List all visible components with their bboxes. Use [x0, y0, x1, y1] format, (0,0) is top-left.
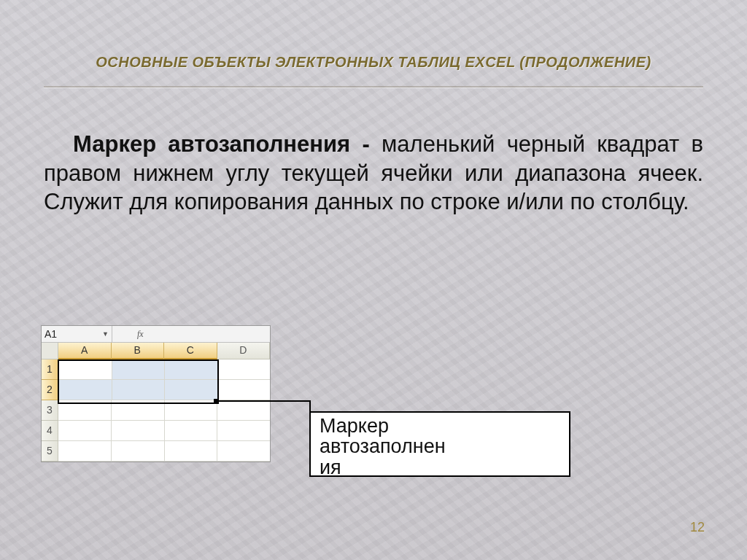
callout-line-1: Маркер	[320, 415, 389, 437]
slide-title: ОСНОВНЫЕ ОБЪЕКТЫ ЭЛЕКТРОННЫХ ТАБЛИЦ EXCE…	[0, 54, 747, 71]
row-head-3[interactable]: 3	[42, 400, 58, 421]
cell-d4[interactable]	[217, 421, 270, 441]
row-5: 5	[42, 441, 270, 462]
namebox-row: A1 ▼ fx	[42, 326, 270, 343]
row-1: 1	[42, 359, 270, 380]
cell-c1[interactable]	[165, 359, 218, 380]
namebox-value: A1	[44, 328, 57, 340]
row-3: 3	[42, 400, 270, 421]
dropdown-icon[interactable]: ▼	[102, 330, 109, 338]
cell-a4[interactable]	[58, 421, 112, 441]
cell-a3[interactable]	[58, 400, 112, 421]
cell-b1[interactable]	[112, 359, 166, 380]
name-box[interactable]: A1 ▼	[42, 326, 112, 342]
formula-bar[interactable]: fx	[112, 326, 270, 342]
page-number: 12	[690, 520, 705, 535]
cell-c2[interactable]	[165, 380, 218, 400]
col-head-d[interactable]: D	[217, 343, 271, 359]
row-2: 2	[42, 380, 270, 400]
row-head-4[interactable]: 4	[42, 421, 58, 441]
cell-b2[interactable]	[112, 380, 166, 400]
callout-leader-2	[309, 400, 311, 412]
cell-a5[interactable]	[58, 441, 112, 462]
row-head-5[interactable]: 5	[42, 441, 58, 462]
cell-d5[interactable]	[217, 441, 270, 462]
cell-b5[interactable]	[112, 441, 165, 462]
callout-leader	[217, 400, 311, 402]
row-head-1[interactable]: 1	[42, 359, 59, 380]
title-divider	[44, 86, 703, 88]
cell-c3[interactable]	[165, 400, 218, 421]
body-text: Маркер автозаполнения - маленький черный…	[44, 130, 703, 217]
cell-a2[interactable]	[59, 380, 112, 400]
cell-d3[interactable]	[217, 400, 270, 421]
select-all-corner[interactable]	[42, 343, 58, 359]
callout-line-2: автозаполнен	[320, 435, 446, 457]
col-head-b[interactable]: B	[112, 343, 165, 359]
cell-d2[interactable]	[218, 380, 271, 400]
column-headers: A B C D	[42, 343, 270, 359]
term: Маркер автозаполнения -	[73, 131, 382, 157]
callout-box: Маркер автозаполнен ия	[309, 411, 570, 477]
callout-line-3: ия	[320, 456, 341, 478]
cell-c4[interactable]	[165, 421, 218, 441]
cell-b3[interactable]	[112, 400, 165, 421]
row-head-2[interactable]: 2	[42, 380, 59, 400]
row-4: 4	[42, 421, 270, 441]
col-head-c[interactable]: C	[164, 343, 217, 359]
col-head-a[interactable]: A	[58, 343, 112, 359]
cell-a1[interactable]	[59, 359, 112, 380]
cell-d1[interactable]	[218, 359, 271, 380]
excel-snippet: A1 ▼ fx A B C D 1 2	[41, 325, 271, 462]
cell-c5[interactable]	[165, 441, 218, 462]
cell-b4[interactable]	[112, 421, 165, 441]
slide: ОСНОВНЫЕ ОБЪЕКТЫ ЭЛЕКТРОННЫХ ТАБЛИЦ EXCE…	[0, 0, 747, 560]
fx-icon: fx	[137, 329, 144, 340]
